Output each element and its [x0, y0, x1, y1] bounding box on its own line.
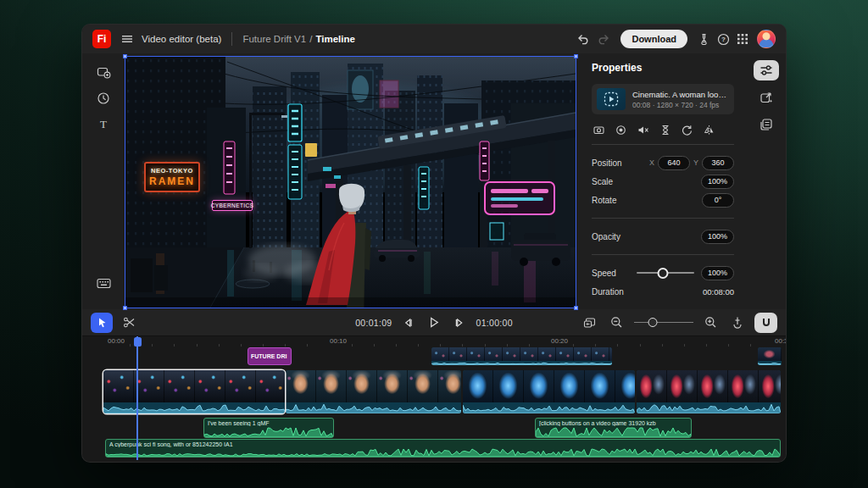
history-button[interactable] — [93, 88, 114, 108]
zoom-out-button[interactable] — [607, 313, 626, 332]
razor-icon — [732, 316, 743, 329]
y-axis-label: Y — [693, 158, 698, 167]
audio-mute-button[interactable] — [637, 125, 649, 136]
properties-panel-button[interactable] — [754, 60, 779, 80]
flip-button[interactable] — [704, 125, 715, 136]
record-circle-button[interactable] — [615, 125, 626, 136]
thumbnail-frame — [485, 347, 503, 361]
step-forward-button[interactable] — [451, 313, 470, 332]
thumbnail-frame — [408, 370, 438, 402]
thumbnail-frame — [377, 370, 408, 402]
download-button[interactable]: Download — [620, 30, 687, 48]
split-tool-button[interactable] — [120, 313, 139, 332]
rotate-row: Rotate 0° — [592, 191, 734, 209]
timeline-clip-video-robot-blue[interactable] — [463, 370, 635, 413]
thumbnail-frame — [467, 347, 485, 361]
thumbnail-frame — [615, 370, 635, 402]
desktop-background: Fi Video editor (beta) Future Drift V1 /… — [0, 0, 868, 488]
speed-field[interactable]: 100% — [701, 266, 734, 280]
timeline-clip-filmstrip-mini[interactable] — [758, 347, 782, 365]
selection-handle-bottom-left[interactable] — [123, 306, 127, 310]
clip-thumbnails — [431, 347, 612, 361]
undo-button[interactable] — [573, 29, 593, 49]
divider — [592, 144, 734, 145]
waveform — [431, 361, 612, 365]
position-y-field[interactable]: 360 — [702, 156, 734, 170]
duration-label: Duration — [592, 287, 703, 297]
zoom-in-button[interactable] — [701, 313, 721, 332]
timeline-clip-filmstrip-crowd[interactable] — [431, 347, 612, 365]
keyboard-shortcuts-button[interactable] — [93, 274, 114, 292]
clip-thumbnails — [463, 370, 635, 402]
firefly-logo[interactable]: Fi — [92, 30, 111, 48]
selection-handle-top-right[interactable] — [574, 54, 578, 58]
selection-handle-bottom-right[interactable] — [574, 306, 578, 310]
timeline-clip-video-city[interactable] — [103, 370, 285, 413]
step-back-button[interactable] — [399, 313, 418, 332]
thumbnail-frame — [728, 370, 759, 402]
timeline-clip-audio[interactable]: A cyberpunk sci fi song, with or 8512422… — [105, 439, 781, 458]
thumbnail-frame — [592, 347, 609, 361]
zoom-in-icon — [704, 316, 717, 329]
neon-sign-text: CYBERNETICS — [211, 202, 254, 208]
waveform — [637, 402, 781, 413]
hamburger-menu-button[interactable] — [118, 30, 136, 48]
snapping-toggle-button[interactable] — [754, 313, 777, 333]
video-preview-canvas[interactable]: NEO-TOKYO RAMEN CYBERNETICS — [125, 56, 576, 308]
speed-slider[interactable] — [637, 268, 694, 279]
scale-field[interactable]: 100% — [701, 175, 734, 189]
thumbnail-frame — [698, 370, 728, 402]
speed-slider-handle[interactable] — [657, 268, 668, 279]
opacity-row: Opacity 100% — [592, 227, 734, 246]
opacity-field[interactable]: 100% — [701, 230, 734, 244]
breadcrumb-project[interactable]: Future Drift V1 — [242, 34, 306, 44]
text-tool-button[interactable]: T — [93, 114, 114, 134]
share-export-button[interactable] — [756, 87, 776, 108]
timeline-clip-audio[interactable]: [clicking buttons on a video game 31920 … — [535, 418, 692, 438]
thumbnail-frame — [463, 370, 493, 402]
clip-label: FUTURE DRI — [248, 353, 289, 359]
timeline-clip-video-face[interactable] — [286, 370, 461, 413]
hourglass-button[interactable] — [660, 125, 670, 136]
camera-button[interactable] — [593, 125, 604, 136]
app-switcher-button[interactable] — [733, 30, 752, 48]
zoom-slider-handle[interactable] — [648, 318, 658, 327]
neon-sign-cybernetics: CYBERNETICS — [212, 200, 253, 211]
waveform — [204, 424, 333, 437]
select-cursor-icon — [97, 317, 108, 328]
avatar[interactable] — [757, 30, 776, 48]
thumbnail-frame — [758, 347, 782, 361]
rotate-field[interactable]: 0° — [702, 193, 734, 208]
flask-icon — [698, 33, 710, 46]
selection-handle-top-left[interactable] — [123, 54, 127, 58]
position-x-field[interactable]: 640 — [658, 156, 690, 170]
versions-button[interactable] — [756, 114, 776, 135]
opacity-label: Opacity — [592, 232, 701, 241]
timeline-clip-title[interactable]: FUTURE DRI — [248, 347, 292, 365]
thumbnail-frame — [103, 370, 134, 402]
help-button[interactable]: ? — [714, 30, 733, 49]
playhead[interactable] — [136, 336, 138, 460]
beta-feedback-button[interactable] — [694, 30, 714, 49]
select-tool-button[interactable] — [91, 313, 113, 333]
properties-panel-icon — [760, 64, 773, 76]
selected-clip-card[interactable]: Cinematic. A woman looks a... v.ffgenvid… — [592, 84, 734, 114]
waveform — [463, 402, 635, 413]
scale-row: Scale 100% — [592, 172, 734, 191]
regenerate-button[interactable] — [682, 125, 693, 136]
generated-video-thumbnail — [597, 88, 626, 110]
timeline-clip-audio[interactable]: I've been seeing 1 gMF — [203, 418, 334, 438]
redo-icon — [597, 32, 610, 46]
add-media-button[interactable] — [93, 62, 114, 83]
playhead-handle[interactable] — [134, 337, 142, 347]
timeline-zoom-slider[interactable] — [634, 317, 693, 328]
timeline-clip-video-robot-red[interactable] — [637, 370, 781, 413]
duration-value: 00:08:00 — [703, 287, 734, 297]
fit-timeline-button[interactable] — [580, 313, 599, 332]
razor-playhead-button[interactable] — [728, 313, 747, 332]
clip-action-icons — [593, 125, 732, 136]
flip-icon — [704, 125, 715, 136]
redo-button[interactable] — [593, 29, 614, 49]
neon-sign-vertical-cyan-2 — [288, 145, 302, 199]
play-button[interactable] — [425, 313, 444, 332]
